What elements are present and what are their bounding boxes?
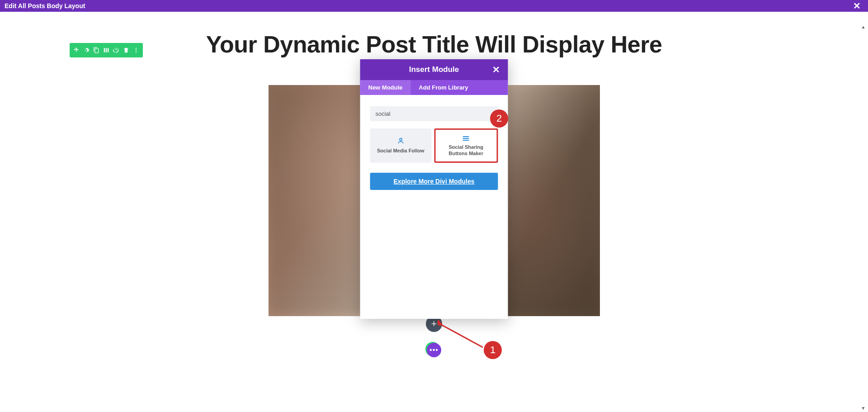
close-icon[interactable]: ✕ bbox=[850, 1, 863, 10]
module-label: Social Sharing Buttons Maker bbox=[439, 144, 493, 157]
svg-point-0 bbox=[136, 48, 137, 49]
scroll-up-button[interactable]: ▲ bbox=[860, 24, 866, 30]
lines-icon bbox=[463, 134, 469, 142]
more-icon[interactable] bbox=[131, 43, 141, 57]
search-input[interactable] bbox=[370, 106, 498, 121]
columns-icon[interactable] bbox=[101, 43, 111, 57]
annotation-badge-2: 2 bbox=[490, 109, 508, 128]
close-icon[interactable]: ✕ bbox=[492, 65, 500, 74]
modal-tabs: New Module Add From Library bbox=[360, 80, 508, 95]
module-social-media-follow[interactable]: Social Media Follow bbox=[370, 128, 432, 163]
tab-add-from-library[interactable]: Add From Library bbox=[410, 80, 476, 95]
annotation-arrow bbox=[438, 320, 487, 352]
annotation-badge-1: 1 bbox=[484, 341, 502, 359]
move-icon[interactable] bbox=[71, 43, 81, 57]
section-toolbar bbox=[70, 43, 143, 57]
trash-icon[interactable] bbox=[121, 43, 131, 57]
modal-header[interactable]: Insert Module ✕ bbox=[360, 59, 508, 80]
gear-icon[interactable] bbox=[81, 43, 91, 57]
top-bar: Edit All Posts Body Layout ✕ bbox=[0, 0, 868, 12]
svg-line-8 bbox=[441, 325, 483, 347]
ellipsis-icon: ••• bbox=[429, 346, 439, 354]
svg-point-1 bbox=[136, 50, 137, 51]
plus-icon: + bbox=[431, 318, 437, 330]
svg-rect-5 bbox=[463, 138, 469, 139]
svg-point-3 bbox=[400, 138, 402, 141]
tab-new-module[interactable]: New Module bbox=[360, 80, 411, 95]
insert-module-modal: Insert Module ✕ New Module Add From Libr… bbox=[360, 59, 508, 319]
duplicate-icon[interactable] bbox=[91, 43, 101, 57]
more-actions-button[interactable]: ••• bbox=[427, 343, 441, 357]
modal-title: Insert Module bbox=[409, 65, 459, 74]
svg-point-2 bbox=[136, 52, 137, 52]
user-icon bbox=[397, 137, 404, 146]
explore-more-button[interactable]: Explore More Divi Modules bbox=[370, 173, 498, 190]
module-label: Social Media Follow bbox=[377, 148, 425, 154]
power-icon[interactable] bbox=[111, 43, 121, 57]
svg-rect-4 bbox=[463, 136, 469, 137]
module-social-sharing-buttons-maker[interactable]: Social Sharing Buttons Maker bbox=[434, 128, 498, 163]
page-content: Your Dynamic Post Title Will Display Her… bbox=[0, 12, 868, 412]
modal-body: Social Media Follow Social Sharing Butto… bbox=[360, 95, 508, 319]
top-bar-title: Edit All Posts Body Layout bbox=[5, 2, 85, 9]
scroll-down-button[interactable]: ▼ bbox=[860, 405, 866, 411]
svg-rect-6 bbox=[463, 140, 469, 141]
